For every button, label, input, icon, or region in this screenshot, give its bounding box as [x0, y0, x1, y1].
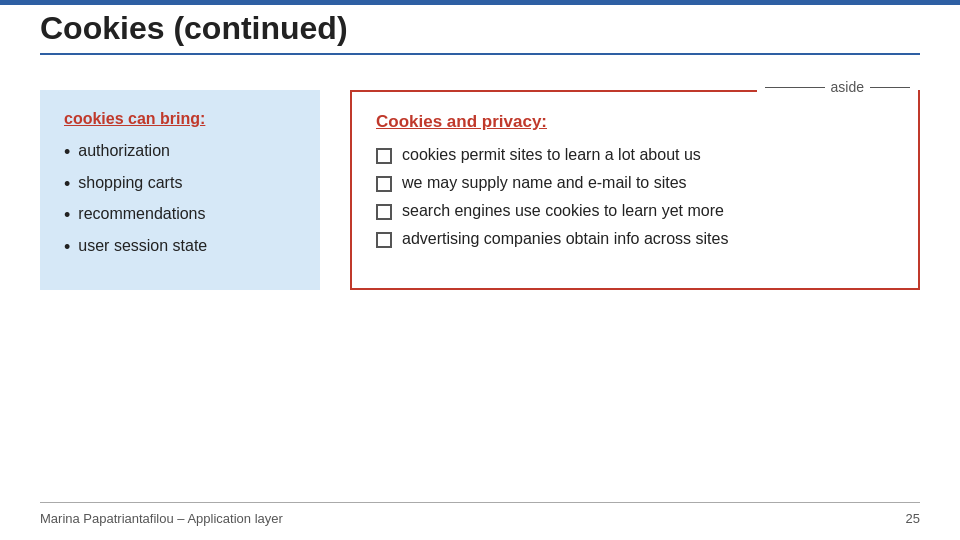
checkbox-icon	[376, 176, 392, 192]
bullet-text: authorization	[78, 142, 170, 160]
left-box: cookies can bring: • authorization • sho…	[40, 90, 320, 290]
list-item: • authorization	[64, 142, 296, 164]
checkbox-icon	[376, 204, 392, 220]
list-item: search engines use cookies to learn yet …	[376, 202, 894, 220]
checkbox-text: search engines use cookies to learn yet …	[402, 202, 724, 220]
title-area: Cookies (continued)	[40, 10, 920, 55]
bullet-dot: •	[64, 237, 70, 259]
bullet-text: user session state	[78, 237, 207, 255]
bullet-dot: •	[64, 205, 70, 227]
top-accent-line	[0, 0, 960, 5]
bullet-list: • authorization • shopping carts • recom…	[64, 142, 296, 258]
checkbox-list: cookies permit sites to learn a lot abou…	[376, 146, 894, 248]
left-box-title: cookies can bring:	[64, 110, 296, 128]
aside-line-right	[870, 87, 910, 88]
checkbox-text: cookies permit sites to learn a lot abou…	[402, 146, 701, 164]
right-box: aside Cookies and privacy: cookies permi…	[350, 90, 920, 290]
aside-line-left	[765, 87, 825, 88]
checkbox-text: we may supply name and e-mail to sites	[402, 174, 687, 192]
bullet-dot: •	[64, 174, 70, 196]
footer-author: Marina Papatriantafilou – Application la…	[40, 511, 283, 526]
list-item: cookies permit sites to learn a lot abou…	[376, 146, 894, 164]
list-item: advertising companies obtain info across…	[376, 230, 894, 248]
title-underline	[40, 53, 920, 55]
checkbox-text: advertising companies obtain info across…	[402, 230, 728, 248]
footer-page-number: 25	[906, 511, 920, 526]
bullet-text: recommendations	[78, 205, 205, 223]
footer: Marina Papatriantafilou – Application la…	[40, 502, 920, 526]
checkbox-icon	[376, 148, 392, 164]
list-item: • recommendations	[64, 205, 296, 227]
aside-label: aside	[757, 79, 918, 95]
list-item: we may supply name and e-mail to sites	[376, 174, 894, 192]
right-box-title: Cookies and privacy:	[376, 112, 894, 132]
list-item: • user session state	[64, 237, 296, 259]
slide-title: Cookies (continued)	[40, 10, 920, 47]
bullet-dot: •	[64, 142, 70, 164]
checkbox-icon	[376, 232, 392, 248]
bullet-text: shopping carts	[78, 174, 182, 192]
aside-text: aside	[831, 79, 864, 95]
slide: Cookies (continued) cookies can bring: •…	[0, 0, 960, 540]
content-area: cookies can bring: • authorization • sho…	[40, 90, 920, 290]
list-item: • shopping carts	[64, 174, 296, 196]
